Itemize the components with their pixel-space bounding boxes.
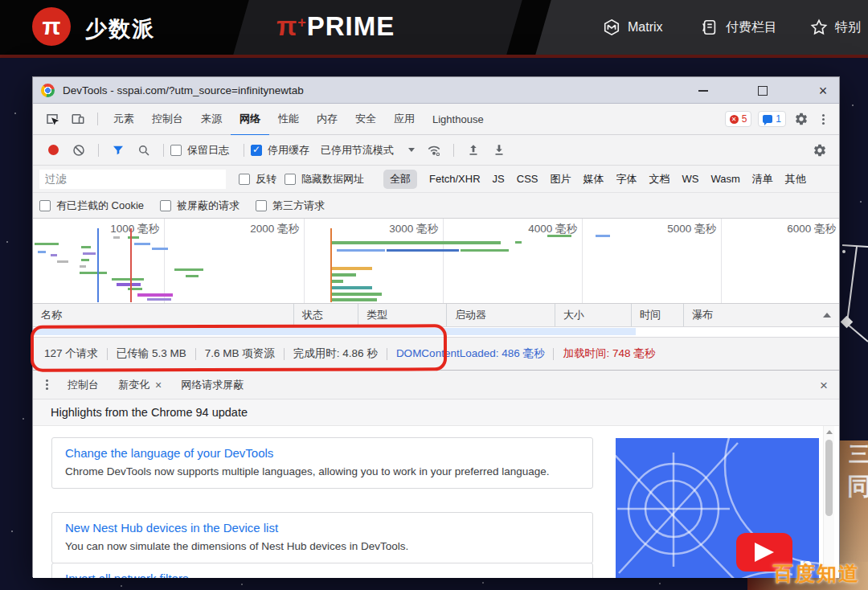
drawer-kebab-icon[interactable] xyxy=(46,383,48,386)
card-title-link[interactable]: New Nest Hub devices in the Device list xyxy=(65,521,579,535)
chevron-down-icon xyxy=(408,148,415,152)
drawer-tab-whats-new[interactable]: 新变化 × xyxy=(108,368,171,402)
devtools-tabbar: 元素 控制台 来源 网络 性能 内存 安全 应用 Lighthouse ✕ 5 … xyxy=(33,104,839,135)
card-title-link[interactable]: Invert all network filters xyxy=(65,572,579,578)
card-body: Chrome DevTools now supports multiple la… xyxy=(65,464,579,480)
blocked-requests-label: 被屏蔽的请求 xyxy=(177,199,240,213)
nav-item-paid-columns[interactable]: 付费栏目 xyxy=(701,0,777,55)
tab-console[interactable]: 控制台 xyxy=(143,104,192,134)
filter-type-media[interactable]: 媒体 xyxy=(583,172,604,186)
minimize-icon xyxy=(698,90,708,92)
filter-type-doc[interactable]: 文档 xyxy=(649,172,669,186)
message-count: 1 xyxy=(776,113,781,125)
export-har-icon[interactable] xyxy=(492,143,506,158)
tab-network[interactable]: 网络 xyxy=(231,101,269,137)
tab-performance[interactable]: 性能 xyxy=(269,104,308,134)
filter-type-other[interactable]: 其他 xyxy=(785,172,806,186)
video-thumbnail[interactable]: n xyxy=(616,438,819,578)
separator xyxy=(244,144,244,157)
filter-type-js[interactable]: JS xyxy=(493,173,505,185)
window-titlebar[interactable]: DevTools - sspai.com/?utm_source=infinit… xyxy=(33,77,839,104)
disable-cache-label: 停用缓存 xyxy=(268,143,309,158)
tab-memory[interactable]: 内存 xyxy=(308,104,346,134)
site-brand[interactable]: 少数派 xyxy=(85,14,155,43)
site-header: π 少数派 π+PRIME Matrix 付费栏目 特别 xyxy=(0,0,868,58)
filter-type-css[interactable]: CSS xyxy=(517,173,538,185)
third-party-checkbox[interactable] xyxy=(256,200,267,211)
error-count: 5 xyxy=(742,113,747,125)
star-dot xyxy=(11,531,13,532)
minimize-button[interactable] xyxy=(687,77,719,104)
error-badge[interactable]: ✕ 5 xyxy=(725,111,752,127)
hide-data-urls-checkbox[interactable] xyxy=(285,174,296,185)
clear-icon[interactable] xyxy=(72,143,86,158)
star-dot xyxy=(121,585,122,587)
throttling-select[interactable]: 已停用节流模式 xyxy=(321,143,394,158)
column-size[interactable]: 大小 xyxy=(555,304,632,326)
background-text-fragment: 同 xyxy=(847,470,868,503)
tab-sources[interactable]: 来源 xyxy=(192,104,231,134)
filter-type-font[interactable]: 字体 xyxy=(616,172,637,186)
prime-logo[interactable]: π+PRIME xyxy=(276,11,395,42)
drawer-tab-network-blocking[interactable]: 网络请求屏蔽 xyxy=(171,371,253,399)
star-dot xyxy=(482,582,484,584)
message-badge[interactable]: 1 xyxy=(758,111,786,127)
more-options-kebab-icon[interactable] xyxy=(822,118,825,121)
close-button[interactable]: × xyxy=(807,77,839,104)
maximize-button[interactable] xyxy=(747,77,779,104)
column-status[interactable]: 状态 xyxy=(294,304,358,326)
tab-security[interactable]: 安全 xyxy=(346,104,385,134)
blocked-requests-checkbox[interactable] xyxy=(160,200,171,211)
journal-icon xyxy=(701,18,719,36)
sort-ascending-icon[interactable] xyxy=(823,313,831,318)
filter-type-wasm[interactable]: Wasm xyxy=(710,173,739,185)
tab-lighthouse[interactable]: Lighthouse xyxy=(424,104,493,134)
column-waterfall[interactable]: 瀑布 xyxy=(684,304,823,326)
separator xyxy=(97,113,98,125)
separator xyxy=(453,144,454,157)
search-icon[interactable] xyxy=(137,143,151,158)
constellation-graphic xyxy=(836,76,868,446)
preserve-log-checkbox[interactable] xyxy=(170,145,182,156)
filter-input[interactable] xyxy=(39,170,226,189)
error-icon: ✕ xyxy=(730,115,739,124)
filter-funnel-icon[interactable] xyxy=(111,143,125,158)
filter-type-img[interactable]: 图片 xyxy=(550,172,571,186)
nav-item-special[interactable]: 特别 xyxy=(810,0,861,55)
sspai-logo[interactable]: π xyxy=(32,7,71,46)
column-time[interactable]: 时间 xyxy=(632,304,684,326)
tab-elements[interactable]: 元素 xyxy=(104,104,143,134)
settings-gear-icon[interactable] xyxy=(794,112,809,126)
filter-type-all[interactable]: 全部 xyxy=(383,170,417,189)
hide-data-urls-label: 隐藏数据网址 xyxy=(301,172,364,186)
separator xyxy=(163,144,164,157)
filter-type-manifest[interactable]: 清单 xyxy=(752,172,773,186)
network-overview-timeline[interactable]: 1000 毫秒 2000 毫秒 3000 毫秒 4000 毫秒 5000 毫秒 … xyxy=(33,219,839,304)
network-conditions-icon[interactable] xyxy=(427,143,441,158)
drawer-tab-console[interactable]: 控制台 xyxy=(58,371,108,399)
device-toolbar-icon[interactable] xyxy=(71,112,85,126)
network-settings-gear-icon[interactable] xyxy=(813,143,827,158)
nav-label: Matrix xyxy=(628,20,663,35)
import-har-icon[interactable] xyxy=(466,143,481,158)
drawer-tabbar: 控制台 新变化 × 网络请求屏蔽 × xyxy=(33,370,839,399)
tab-application[interactable]: 应用 xyxy=(385,104,424,134)
inspect-element-icon[interactable] xyxy=(45,112,59,126)
card-title-link[interactable]: Change the language of your DevTools xyxy=(65,446,579,460)
scroll-up-arrow-icon[interactable] xyxy=(824,426,835,437)
filter-type-ws[interactable]: WS xyxy=(682,173,698,185)
filter-type-fetch-xhr[interactable]: Fetch/XHR xyxy=(429,173,481,185)
column-type[interactable]: 类型 xyxy=(358,304,447,326)
nav-item-matrix[interactable]: Matrix xyxy=(603,0,663,55)
column-name[interactable]: 名称 xyxy=(33,304,294,326)
waterfall-overview-chart xyxy=(33,219,839,304)
invert-checkbox[interactable] xyxy=(239,174,250,185)
close-tab-icon[interactable]: × xyxy=(155,379,162,391)
record-button[interactable] xyxy=(48,145,59,155)
blocked-cookies-checkbox[interactable] xyxy=(39,200,51,211)
scrollbar[interactable] xyxy=(823,426,834,578)
column-initiator[interactable]: 启动器 xyxy=(447,304,555,326)
disable-cache-checkbox[interactable] xyxy=(251,145,262,156)
scrollbar-thumb[interactable] xyxy=(825,440,833,516)
drawer-close-icon[interactable]: × xyxy=(820,371,828,400)
